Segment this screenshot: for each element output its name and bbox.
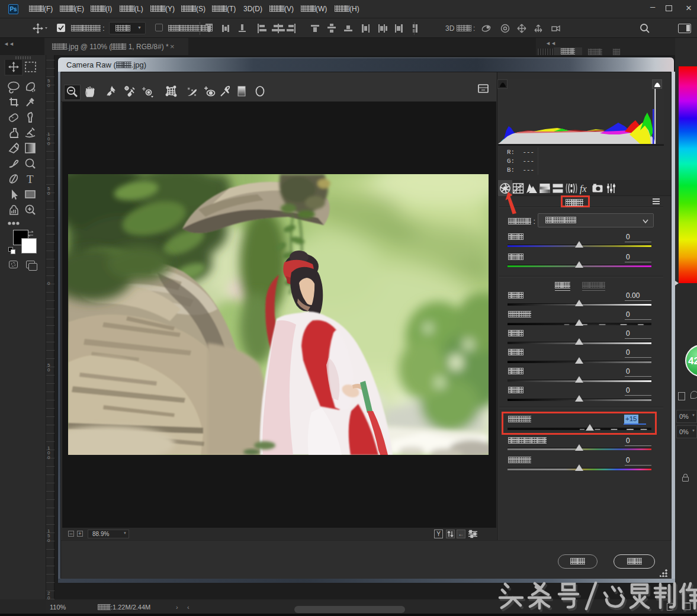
svg-text:fx: fx — [580, 184, 587, 194]
svg-text:T: T — [27, 173, 34, 185]
